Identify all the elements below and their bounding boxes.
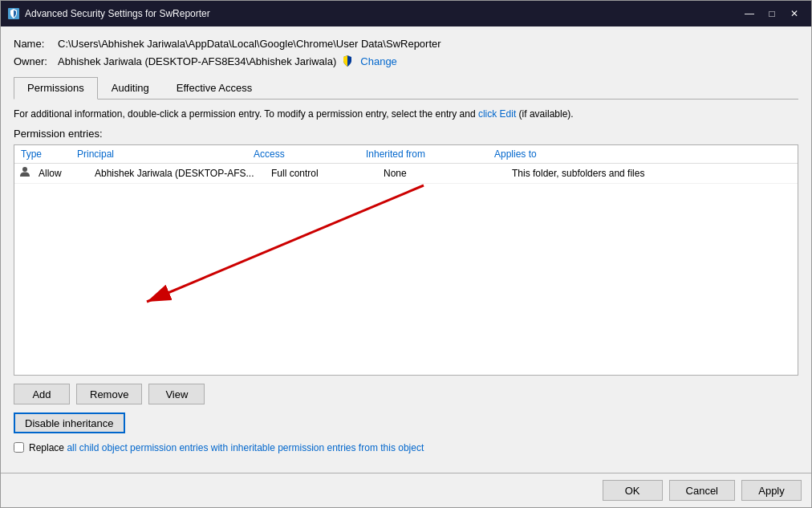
disable-inheritance-button[interactable]: Disable inheritance (14, 412, 125, 433)
name-label: Name: (14, 38, 58, 50)
owner-value: Abhishek Jariwala (DESKTOP-AFS8E34\Abhis… (58, 55, 336, 67)
header-inherited-from[interactable]: Inherited from (359, 145, 488, 163)
add-button[interactable]: Add (14, 384, 70, 404)
header-principal[interactable]: Principal (71, 145, 247, 163)
name-value: C:\Users\Abhishek Jariwala\AppData\Local… (58, 38, 441, 50)
permissions-table: Type Principal Access Inherited from App… (14, 144, 798, 376)
click-edit-link[interactable]: click Edit (478, 108, 516, 120)
table-row[interactable]: Allow Abhishek Jariwala (DESKTOP-AFS... … (14, 164, 798, 184)
shield-icon (341, 55, 354, 67)
tab-auditing[interactable]: Auditing (98, 77, 163, 100)
content-area: Name: C:\Users\Abhishek Jariwala\AppData… (1, 26, 811, 473)
cancel-button[interactable]: Cancel (669, 480, 735, 501)
disable-inheritance-container: Disable inheritance (14, 412, 798, 433)
header-applies-to[interactable]: Applies to (488, 145, 798, 163)
description-before: For additional information, double-click… (14, 108, 478, 120)
header-type[interactable]: Type (14, 145, 71, 163)
ok-button[interactable]: OK (603, 480, 663, 501)
name-row: Name: C:\Users\Abhishek Jariwala\AppData… (14, 38, 798, 50)
action-buttons-row: Add Remove View (14, 384, 798, 404)
replace-checkbox[interactable] (14, 442, 24, 453)
cell-inherited-from: None (377, 166, 505, 181)
owner-label: Owner: (14, 55, 58, 67)
cell-type: Allow (32, 166, 88, 181)
svg-point-1 (22, 167, 27, 172)
bottom-bar: OK Cancel Apply (1, 473, 811, 507)
replace-checkbox-label: Replace all child object permission entr… (29, 441, 424, 455)
checkbox-label-before: Replace (29, 442, 67, 453)
checkbox-label-highlight: all child object permission entries with… (67, 442, 424, 453)
svg-line-3 (147, 185, 424, 302)
cell-access: Full control (265, 166, 377, 181)
tab-effective-access[interactable]: Effective Access (163, 77, 266, 100)
description-text: For additional information, double-click… (14, 108, 798, 121)
title-bar: Advanced Security Settings for SwReporte… (1, 1, 811, 26)
permission-entries-label: Permission entries: (14, 128, 798, 140)
window-icon (7, 7, 20, 20)
main-window: Advanced Security Settings for SwReporte… (0, 0, 812, 508)
change-link[interactable]: Change (360, 55, 397, 67)
cell-applies-to: This folder, subfolders and files (505, 166, 798, 181)
view-button[interactable]: View (148, 384, 205, 404)
description-after: (if available). (516, 108, 573, 120)
close-button[interactable]: ✕ (784, 6, 805, 22)
title-text: Advanced Security Settings for SwReporte… (25, 8, 739, 19)
tab-permissions[interactable]: Permissions (14, 77, 98, 100)
apply-button[interactable]: Apply (741, 480, 802, 501)
tabs-container: Permissions Auditing Effective Access (14, 77, 798, 100)
replace-checkbox-row: Replace all child object permission entr… (14, 441, 798, 455)
minimize-button[interactable]: — (739, 6, 760, 22)
cell-principal: Abhishek Jariwala (DESKTOP-AFS... (88, 166, 265, 181)
header-access[interactable]: Access (247, 145, 359, 163)
title-bar-controls: — □ ✕ (739, 6, 805, 22)
maximize-button[interactable]: □ (761, 6, 782, 22)
user-icon (14, 166, 32, 180)
table-header: Type Principal Access Inherited from App… (14, 145, 798, 164)
remove-button[interactable]: Remove (76, 384, 142, 404)
owner-row: Owner: Abhishek Jariwala (DESKTOP-AFS8E3… (14, 55, 798, 67)
